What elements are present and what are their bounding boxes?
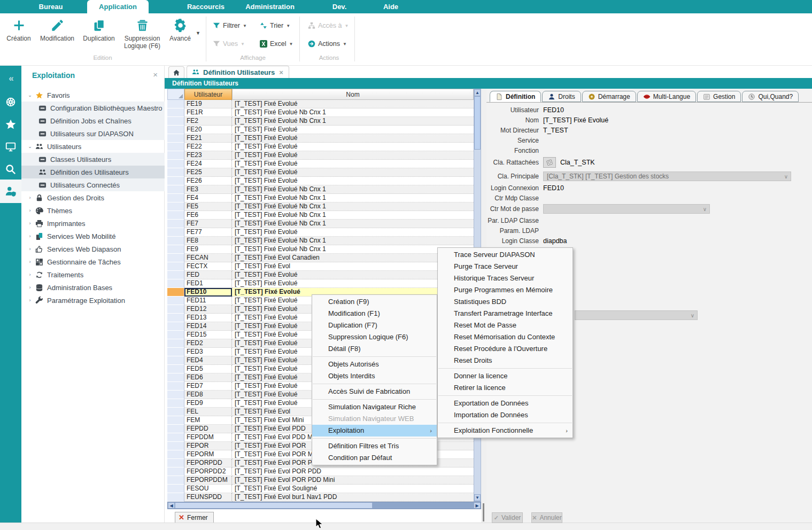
sidebar-item-imprimantes[interactable]: ›Imprimantes bbox=[21, 217, 165, 230]
cell-utilisateur[interactable]: FEPORM bbox=[184, 450, 232, 459]
table-row[interactable]: FE20[T_TEST] Fixé Evolué bbox=[167, 126, 474, 134]
row-number-cell[interactable] bbox=[167, 151, 184, 160]
cell-nom[interactable]: [T_TEST] Fixé Evolué Nb Cnx 1 bbox=[232, 117, 474, 126]
menu-item-creation-f9[interactable]: Création (F9) bbox=[312, 296, 437, 308]
rail-search[interactable] bbox=[0, 160, 21, 179]
menu-item-exportation-de-donnees[interactable]: Exportation de Données bbox=[438, 398, 573, 409]
cell-utilisateur[interactable]: FE8 bbox=[184, 237, 232, 245]
sidebar-item-services-web-mobilite[interactable]: ›Services Web Mobilité bbox=[21, 230, 165, 243]
chevron-down-icon[interactable]: ▼ bbox=[243, 24, 247, 28]
row-number-cell[interactable] bbox=[167, 134, 184, 143]
cell-utilisateur[interactable]: FEPDDM bbox=[184, 433, 232, 442]
row-number-cell[interactable] bbox=[167, 425, 184, 433]
trier-button[interactable]: Trier▼ bbox=[260, 20, 290, 31]
filtrer-button[interactable]: Filtrer▼ bbox=[213, 20, 247, 31]
row-number-cell[interactable] bbox=[167, 442, 184, 450]
hidden-field-select[interactable]: ∨ bbox=[575, 310, 698, 320]
cell-utilisateur[interactable]: FEM bbox=[184, 416, 232, 425]
menu-item-objets-autorises[interactable]: Objets Autorisés bbox=[312, 358, 437, 370]
menu-item-reset-droits[interactable]: Reset Droits bbox=[438, 355, 573, 367]
sidebar-item-configuration-bibliotheques-maestro[interactable]: Configuration Bibliothèques Maestro bbox=[21, 102, 165, 114]
cell-utilisateur[interactable]: FECTX bbox=[184, 262, 232, 271]
cell-nom[interactable]: [T_TEST] Fixé Evolué bbox=[232, 126, 474, 134]
cell-utilisateur[interactable]: FE23 bbox=[184, 151, 232, 160]
cell-utilisateur[interactable]: FE4 bbox=[184, 194, 232, 202]
cell-nom[interactable]: [T_TEST] Fixé Evolué bbox=[232, 168, 474, 177]
sidebar-item-gestion-des-droits[interactable]: ›Gestion des Droits bbox=[21, 191, 165, 204]
table-row[interactable]: FE1R[T_TEST] Fixé Evolué Nb Cnx 1 bbox=[167, 108, 474, 117]
cell-utilisateur[interactable]: FE19 bbox=[184, 100, 232, 108]
cell-utilisateur[interactable]: FESOU bbox=[184, 485, 232, 493]
table-row[interactable]: FED1[T_TEST] Fixé Evolué bbox=[167, 279, 474, 288]
cell-utilisateur[interactable]: FED13 bbox=[184, 314, 232, 322]
table-row[interactable]: FESOU[T_TEST] Fixé Evol Souligné bbox=[167, 485, 474, 493]
cell-nom[interactable]: [T_TEST] Fixé Evolué bbox=[232, 177, 474, 185]
tab-close-icon[interactable]: × bbox=[279, 68, 283, 76]
tree-chevron-icon[interactable]: › bbox=[27, 285, 33, 290]
cell-utilisateur[interactable]: FE9 bbox=[184, 245, 232, 254]
sidebar-item-administration-bases[interactable]: ›Administration Bases bbox=[21, 281, 165, 294]
cell-nom[interactable]: [T_TEST] Fixé Evol POR PDD Mini bbox=[232, 476, 474, 485]
sidebar-item-services-web-diapason[interactable]: ›Services Web Diapason bbox=[21, 243, 165, 255]
table-row[interactable]: FE9[T_TEST] Fixé Evolué Nb Cnx 1 bbox=[167, 245, 474, 254]
cell-utilisateur[interactable]: FEUNSPDD bbox=[184, 493, 232, 502]
tree-chevron-icon[interactable]: › bbox=[27, 208, 33, 213]
chevron-down-icon[interactable]: ▼ bbox=[289, 42, 293, 46]
row-number-cell[interactable] bbox=[167, 399, 184, 408]
row-number-cell[interactable] bbox=[167, 177, 184, 185]
tree-chevron-icon[interactable]: › bbox=[27, 221, 33, 226]
sidebar-item-parametrage-exploitation[interactable]: ›Paramétrage Exploitation bbox=[21, 294, 165, 307]
fermer-button[interactable]: ✕ Fermer bbox=[175, 512, 214, 523]
sidebar-item-definition-des-utilisateurs[interactable]: Définition des Utilisateurs bbox=[21, 166, 165, 178]
menu-item-exploitation-fonctionnelle[interactable]: Exploitation Fonctionnelle› bbox=[438, 425, 573, 437]
cell-utilisateur[interactable]: FED14 bbox=[184, 322, 232, 331]
table-row[interactable]: FE26[T_TEST] Fixé Evolué bbox=[167, 177, 474, 185]
cell-utilisateur[interactable]: FEPORPDDM bbox=[184, 476, 232, 485]
cell-nom[interactable]: [T_TEST] Fixé Evolué bbox=[232, 160, 474, 168]
cell-utilisateur[interactable]: FED7 bbox=[184, 382, 232, 391]
cell-utilisateur[interactable]: FED bbox=[184, 271, 232, 279]
row-number-cell[interactable] bbox=[167, 168, 184, 177]
row-number-cell[interactable] bbox=[167, 493, 184, 502]
duplication-button[interactable]: Duplication bbox=[79, 15, 119, 56]
table-corner-cell[interactable] bbox=[167, 89, 184, 100]
row-number-cell[interactable] bbox=[167, 211, 184, 220]
cell-nom[interactable]: [T_TEST] Fixé Evolué Nb Cnx 1 bbox=[232, 220, 474, 228]
cell-nom[interactable]: [T_TEST] Fixé Evolué Nb Cnx 1 bbox=[232, 185, 474, 194]
tree-chevron-icon[interactable]: › bbox=[27, 259, 33, 264]
detail-tab-definition[interactable]: Définition bbox=[490, 91, 541, 102]
rail-collapse[interactable]: « bbox=[0, 69, 21, 88]
detail-tab-gestion[interactable]: Gestion bbox=[697, 91, 741, 102]
cell-utilisateur[interactable]: FED10 bbox=[184, 288, 232, 297]
cell-nom[interactable]: [T_TEST] Fixé Evolué Nb Cnx 1 bbox=[232, 194, 474, 202]
rail-monitor[interactable] bbox=[0, 137, 21, 157]
tree-chevron-icon[interactable]: ⌄ bbox=[27, 144, 33, 149]
menu-item-importation-de-donnees[interactable]: Importation de Données bbox=[438, 409, 573, 421]
menu-bureau[interactable]: Bureau bbox=[32, 0, 69, 13]
horizontal-scrollbar[interactable]: ◀ ▶ bbox=[167, 502, 481, 509]
table-row[interactable]: FE21[T_TEST] Fixé Evolué bbox=[167, 134, 474, 143]
row-number-cell[interactable] bbox=[167, 314, 184, 322]
cell-utilisateur[interactable]: FEPORPDD2 bbox=[184, 467, 232, 476]
menu-item-transfert-parametrage-interface[interactable]: Transfert Parametrage Interface bbox=[438, 308, 573, 319]
cell-utilisateur[interactable]: FECAN bbox=[184, 254, 232, 262]
sidebar-item-gestionnaire-de-taches[interactable]: ›Gestionnaire de Tâches bbox=[21, 255, 165, 268]
row-number-cell[interactable] bbox=[167, 322, 184, 331]
cell-utilisateur[interactable]: FED6 bbox=[184, 373, 232, 382]
cell-utilisateur[interactable]: FED5 bbox=[184, 365, 232, 373]
vertical-scroll-thumb[interactable] bbox=[474, 96, 481, 150]
chevron-down-icon[interactable]: ▼ bbox=[241, 42, 245, 46]
cell-utilisateur[interactable]: FE25 bbox=[184, 168, 232, 177]
menu-item-reset-procedure-a-l-ouverture[interactable]: Reset Procédure à l'Ouverture bbox=[438, 343, 573, 355]
row-number-cell[interactable] bbox=[167, 143, 184, 151]
cell-nom[interactable]: [T_TEST] Fixé Evolué bbox=[232, 100, 474, 108]
menu-item-purge-programmes-en-memoire[interactable]: Purge Programmes en Mémoire bbox=[438, 284, 573, 296]
table-row[interactable]: FE25[T_TEST] Fixé Evolué bbox=[167, 168, 474, 177]
row-number-cell[interactable] bbox=[167, 339, 184, 348]
excel-button[interactable]: Excel▼ bbox=[260, 38, 293, 49]
menu-item-trace-serveur-diapason[interactable]: Trace Serveur DIAPASON bbox=[438, 249, 573, 261]
cell-utilisateur[interactable]: FE21 bbox=[184, 134, 232, 143]
menu-item-definition-filtres-et-tris[interactable]: Définition Filtres et Tris bbox=[312, 440, 437, 452]
row-number-cell[interactable] bbox=[167, 220, 184, 228]
tree-chevron-icon[interactable]: › bbox=[27, 233, 33, 239]
